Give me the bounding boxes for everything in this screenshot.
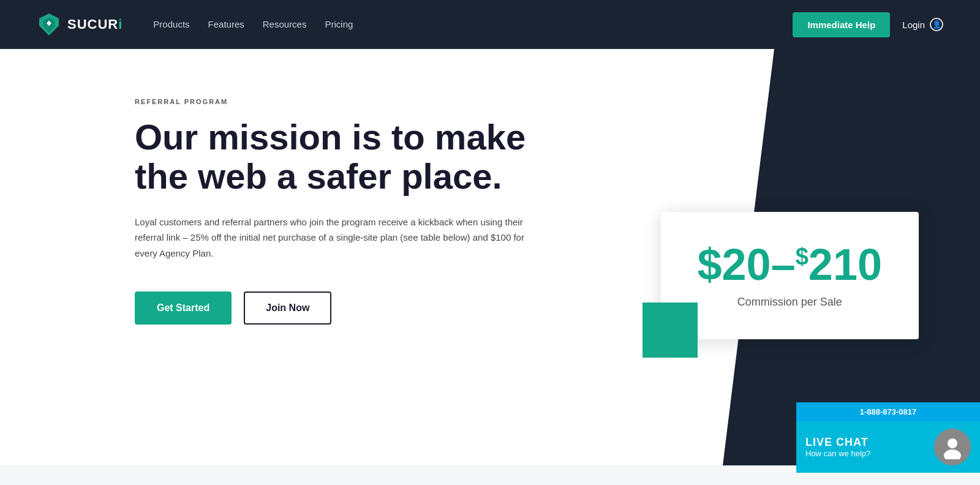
amount-prefix: $ xyxy=(698,240,722,289)
svg-point-2 xyxy=(948,438,957,448)
pricing-card: $20–$210 Commission per Sale xyxy=(661,212,919,339)
chat-subtitle: How can we help? xyxy=(805,449,927,458)
join-now-button[interactable]: Join Now xyxy=(244,291,331,325)
nav-links: Products Features Resources Pricing xyxy=(153,19,353,30)
chat-phone: 1-888-873-0817 xyxy=(796,402,980,421)
svg-point-3 xyxy=(944,449,961,459)
amount-high: 210 xyxy=(809,240,882,289)
chat-avatar xyxy=(934,429,971,465)
logo-text: SUCURi xyxy=(67,17,123,32)
commission-amount: $20–$210 xyxy=(698,242,882,287)
user-icon: 👤 xyxy=(930,18,943,31)
card-teal-corner xyxy=(643,303,698,358)
chat-body[interactable]: LIVE CHAT How can we help? xyxy=(796,421,980,473)
immediate-help-button[interactable]: Immediate Help xyxy=(793,12,890,37)
chat-title: LIVE CHAT xyxy=(805,436,927,449)
nav-pricing[interactable]: Pricing xyxy=(325,19,353,29)
navbar-right: Immediate Help Login 👤 xyxy=(793,12,943,37)
login-link[interactable]: Login 👤 xyxy=(902,18,943,31)
nav-products[interactable]: Products xyxy=(153,19,189,29)
logo[interactable]: SUCURi xyxy=(37,12,123,37)
referral-label: REFERRAL PROGRAM xyxy=(135,98,661,105)
chat-text: LIVE CHAT How can we help? xyxy=(805,436,927,458)
commission-label: Commission per Sale xyxy=(698,296,882,309)
nav-resources[interactable]: Resources xyxy=(263,19,307,29)
navbar-left: SUCURi Products Features Resources Prici… xyxy=(37,12,353,37)
avatar-icon xyxy=(940,435,965,459)
navbar: SUCURi Products Features Resources Prici… xyxy=(0,0,980,49)
hero-buttons: Get Started Join Now xyxy=(135,291,661,325)
get-started-button[interactable]: Get Started xyxy=(135,291,232,325)
hero-headline: Our mission is to make the web a safer p… xyxy=(135,118,551,196)
amount-dash: – xyxy=(771,240,796,289)
amount-low: 20 xyxy=(722,240,771,289)
amount-high-prefix: $ xyxy=(796,244,809,269)
sucuri-logo-icon xyxy=(37,12,61,37)
hero-body: Loyal customers and referral partners wh… xyxy=(135,214,527,261)
live-chat-widget[interactable]: 1-888-873-0817 LIVE CHAT How can we help… xyxy=(796,402,980,473)
hero-content: REFERRAL PROGRAM Our mission is to make … xyxy=(0,49,661,465)
nav-features[interactable]: Features xyxy=(208,19,244,29)
